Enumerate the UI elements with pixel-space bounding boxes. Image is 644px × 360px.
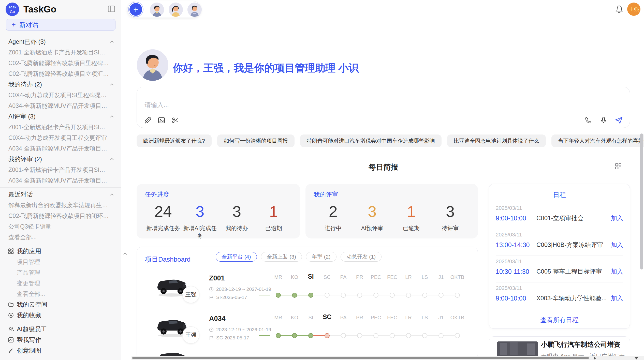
join-button[interactable]: 加入: [611, 241, 623, 249]
project-row[interactable]: 王强 Z001 2023-12-19 ~ 2027-01-19 SI-2025-…: [137, 270, 478, 310]
sidebar-item[interactable]: C02-飞腾新能源轻客改款项目里程碑画布: [0, 58, 121, 68]
sidebar-item[interactable]: C02-飞腾新能源轻客改款项目立项汇报方案: [0, 68, 121, 79]
sidebar-item-ai-staff[interactable]: AI超级员工: [0, 324, 121, 335]
sidebar-subitem-change-mgmt[interactable]: 变更管理: [0, 278, 121, 289]
add-assistant-button[interactable]: +: [129, 3, 142, 16]
assistant-avatar-1[interactable]: [150, 3, 164, 17]
voice-call-button[interactable]: [584, 116, 593, 125]
notifications-bell-icon[interactable]: [616, 5, 623, 13]
suggestion-chip[interactable]: 比亚迪全固态电池计划具体说了什么: [447, 134, 546, 147]
scroll-down-arrow[interactable]: [635, 357, 638, 359]
milestone-node[interactable]: [308, 333, 313, 338]
send-button[interactable]: [614, 116, 623, 125]
milestone-node[interactable]: [406, 333, 411, 338]
section-header-agent-done[interactable]: Agent已办 (3): [0, 36, 121, 47]
section-header-my-todo[interactable]: 我的待办 (2): [0, 79, 121, 90]
sidebar-item[interactable]: A034-全新新能源MUV产品开发项目造型可行性评审: [0, 175, 121, 186]
filter-chip-powertrain[interactable]: 动总开发 (1): [341, 252, 382, 262]
sidebar-subitem-product-mgmt[interactable]: 产品管理: [0, 267, 121, 278]
chevron-up-icon[interactable]: [109, 114, 114, 119]
stat-label: 新增AI完成任务: [182, 224, 218, 240]
chevron-up-icon[interactable]: [109, 157, 114, 162]
sidebar-item[interactable]: C0X4-动力总成开发项目SI里程碑提交物检查: [0, 90, 121, 100]
filter-chip-platform[interactable]: 全新平台 (4): [216, 252, 257, 262]
milestone-node[interactable]: [422, 333, 427, 338]
milestone-node[interactable]: [390, 333, 395, 338]
join-button[interactable]: 加入: [611, 267, 623, 276]
milestone-node[interactable]: [292, 333, 297, 338]
vertical-scrollbar-thumb[interactable]: [640, 133, 643, 269]
sidebar-item-help-write[interactable]: 帮我写作: [0, 335, 121, 345]
sidebar-item[interactable]: A034-全新新能源MUV产品开发项目法规符合性评审: [0, 143, 121, 154]
view-all-schedule-link[interactable]: 查看所有日程: [489, 316, 630, 324]
milestone-label: LS: [417, 274, 433, 280]
milestone-node[interactable]: [390, 293, 395, 298]
stat: 1已逾期: [392, 202, 431, 232]
people-icon: [8, 326, 14, 332]
filter-chip-year[interactable]: 年型 (2): [306, 252, 336, 262]
attach-file-button[interactable]: [143, 116, 152, 125]
sidebar-subitem-project-mgmt[interactable]: 项目管理: [0, 257, 121, 267]
horizontal-scrollbar-thumb[interactable]: [132, 357, 589, 359]
suggestion-chip[interactable]: 欧洲新规最近颁布了什么?: [137, 134, 212, 147]
new-chat-button[interactable]: + 新对话: [6, 19, 115, 31]
suggestion-chip[interactable]: 如何写一份清晰的项目周报: [217, 134, 295, 147]
project-row[interactable]: 王强 A034 2023-12-19 ~ 2026-01-19 SC-2025-…: [137, 310, 478, 351]
assistant-avatar-3[interactable]: [187, 3, 202, 17]
milestone-node[interactable]: [325, 293, 330, 298]
milestone-node[interactable]: [455, 293, 460, 298]
milestone-node[interactable]: [276, 293, 281, 298]
sidebar-collapse-icon[interactable]: [108, 6, 115, 12]
chat-input[interactable]: [144, 99, 501, 111]
milestone-node[interactable]: [341, 333, 346, 338]
sidebar-item[interactable]: Z001-全新燃油轻卡产品开发项目SI节点属性5D文件评审: [0, 164, 121, 175]
attach-image-button[interactable]: [157, 116, 166, 125]
suggestion-chip[interactable]: 当下年轻人对汽车外观有怎样的喜好趋势: [551, 134, 644, 147]
sidebar-view-all[interactable]: 查看全部...: [0, 232, 121, 243]
milestone-node[interactable]: [438, 333, 444, 338]
sidebar-item[interactable]: Z001-全新燃油轻卡产品开发项目SI造型提交物评审: [0, 122, 121, 132]
milestone-node[interactable]: [373, 293, 378, 298]
milestone-node[interactable]: [276, 333, 281, 338]
join-button[interactable]: 加入: [611, 214, 623, 222]
milestone-node[interactable]: [455, 333, 460, 338]
chevron-up-icon[interactable]: [109, 192, 114, 197]
sidebar-item-cloud-space[interactable]: 我的云空间: [0, 299, 121, 310]
milestone-node[interactable]: [292, 293, 297, 298]
milestone-node[interactable]: [308, 293, 313, 298]
chevron-up-icon[interactable]: [109, 39, 114, 44]
milestone-node[interactable]: [373, 333, 378, 338]
milestone-node[interactable]: [341, 293, 346, 298]
section-header-my-review[interactable]: 我的评审 (2): [0, 154, 121, 164]
user-avatar[interactable]: 王强: [627, 3, 640, 16]
sidebar-item[interactable]: C0X4-动力总成开发项目工程变更评审: [0, 132, 121, 143]
sidebar-item-my-apps[interactable]: 我的应用: [0, 246, 121, 257]
schedule-event: 2025/03/11 13:00-14:30 C003|H0B-方案冻结评审 加…: [496, 229, 623, 256]
section-header-ai-review[interactable]: AI评审 (3): [0, 111, 121, 122]
sidebar-item[interactable]: C02-飞腾新能源轻客改款项目的闭环通告反馈情况: [0, 211, 121, 221]
screenshot-button[interactable]: [171, 116, 180, 125]
milestone-node[interactable]: [357, 333, 362, 338]
owner-name: 王强: [185, 291, 197, 298]
sidebar-subitem-view-all[interactable]: 查看全部...: [0, 289, 121, 299]
milestone-node[interactable]: [422, 293, 427, 298]
sidebar-item-creative-draw[interactable]: 创意制图: [0, 345, 121, 356]
layout-grid-icon[interactable]: [615, 163, 622, 170]
assistant-avatar-2[interactable]: [169, 3, 183, 17]
milestone-node[interactable]: [357, 293, 362, 298]
suggestion-chip[interactable]: 特朗普可能对进口汽车增税会对中国车企造成哪些影响: [300, 134, 442, 147]
microphone-button[interactable]: [599, 116, 608, 125]
sidebar-item[interactable]: 公司Q3轻卡销量: [0, 221, 121, 232]
join-button[interactable]: 加入: [611, 294, 623, 302]
section-header-recent-chats[interactable]: 最近对话: [0, 189, 121, 200]
milestone-node[interactable]: [325, 333, 330, 338]
sidebar-item-favorites[interactable]: 我的收藏: [0, 310, 121, 321]
filter-chip-body[interactable]: 全新上装 (3): [261, 252, 302, 262]
milestone-node[interactable]: [438, 293, 444, 298]
chevron-up-icon[interactable]: [109, 82, 114, 87]
sidebar-item[interactable]: 解释最新出台的欧盟报废车法规再生塑料比例被调至15%...: [0, 200, 121, 211]
milestone-node[interactable]: [406, 293, 411, 298]
sidebar-item[interactable]: A034-全新新能源MUV产品开发项目计划变更表编写: [0, 100, 121, 111]
scroll-right-arrow[interactable]: [594, 357, 596, 360]
sidebar-item[interactable]: Z001-全新燃油皮卡产品开发项目SI节点Lesson Learn报告: [0, 47, 121, 58]
